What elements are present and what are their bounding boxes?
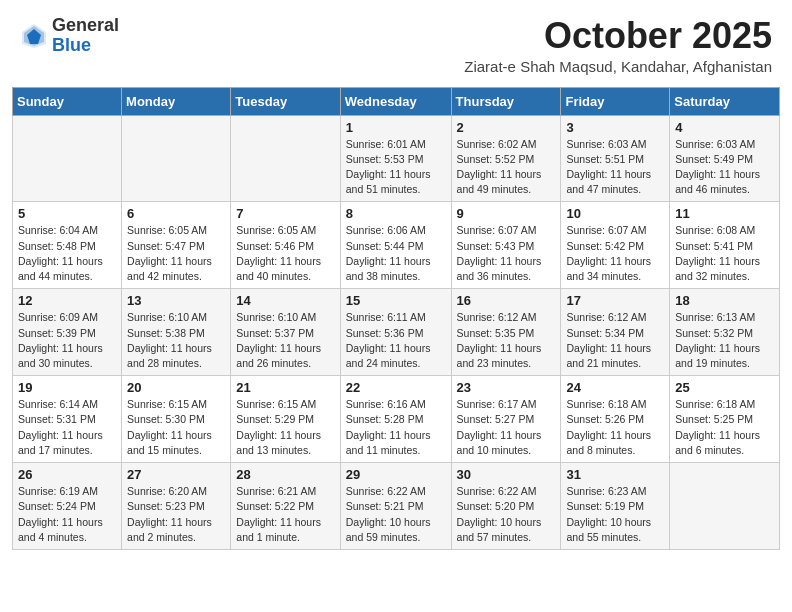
calendar-day-cell: 23Sunrise: 6:17 AM Sunset: 5:27 PM Dayli… — [451, 376, 561, 463]
calendar-day-cell: 11Sunrise: 6:08 AM Sunset: 5:41 PM Dayli… — [670, 202, 780, 289]
day-number: 29 — [346, 467, 446, 482]
day-info: Sunrise: 6:07 AM Sunset: 5:42 PM Dayligh… — [566, 223, 664, 284]
day-info: Sunrise: 6:01 AM Sunset: 5:53 PM Dayligh… — [346, 137, 446, 198]
calendar-week-row: 19Sunrise: 6:14 AM Sunset: 5:31 PM Dayli… — [13, 376, 780, 463]
calendar-day-cell: 14Sunrise: 6:10 AM Sunset: 5:37 PM Dayli… — [231, 289, 340, 376]
day-info: Sunrise: 6:18 AM Sunset: 5:26 PM Dayligh… — [566, 397, 664, 458]
col-header-tuesday: Tuesday — [231, 87, 340, 115]
calendar-day-cell: 29Sunrise: 6:22 AM Sunset: 5:21 PM Dayli… — [340, 463, 451, 550]
calendar-header-row: SundayMondayTuesdayWednesdayThursdayFrid… — [13, 87, 780, 115]
day-number: 5 — [18, 206, 116, 221]
day-info: Sunrise: 6:16 AM Sunset: 5:28 PM Dayligh… — [346, 397, 446, 458]
calendar-day-cell: 20Sunrise: 6:15 AM Sunset: 5:30 PM Dayli… — [122, 376, 231, 463]
calendar-day-cell: 27Sunrise: 6:20 AM Sunset: 5:23 PM Dayli… — [122, 463, 231, 550]
day-info: Sunrise: 6:09 AM Sunset: 5:39 PM Dayligh… — [18, 310, 116, 371]
day-info: Sunrise: 6:05 AM Sunset: 5:46 PM Dayligh… — [236, 223, 334, 284]
day-number: 17 — [566, 293, 664, 308]
day-info: Sunrise: 6:20 AM Sunset: 5:23 PM Dayligh… — [127, 484, 225, 545]
calendar-day-cell: 19Sunrise: 6:14 AM Sunset: 5:31 PM Dayli… — [13, 376, 122, 463]
day-info: Sunrise: 6:12 AM Sunset: 5:35 PM Dayligh… — [457, 310, 556, 371]
day-number: 14 — [236, 293, 334, 308]
calendar-week-row: 26Sunrise: 6:19 AM Sunset: 5:24 PM Dayli… — [13, 463, 780, 550]
col-header-saturday: Saturday — [670, 87, 780, 115]
day-number: 11 — [675, 206, 774, 221]
day-number: 24 — [566, 380, 664, 395]
location: Ziarat-e Shah Maqsud, Kandahar, Afghanis… — [464, 58, 772, 75]
day-number: 18 — [675, 293, 774, 308]
calendar-day-cell: 5Sunrise: 6:04 AM Sunset: 5:48 PM Daylig… — [13, 202, 122, 289]
calendar-day-cell — [122, 115, 231, 202]
day-info: Sunrise: 6:22 AM Sunset: 5:20 PM Dayligh… — [457, 484, 556, 545]
day-info: Sunrise: 6:05 AM Sunset: 5:47 PM Dayligh… — [127, 223, 225, 284]
day-info: Sunrise: 6:04 AM Sunset: 5:48 PM Dayligh… — [18, 223, 116, 284]
col-header-sunday: Sunday — [13, 87, 122, 115]
logo-text: General Blue — [52, 16, 119, 56]
day-number: 10 — [566, 206, 664, 221]
logo-icon — [20, 22, 48, 50]
calendar-day-cell: 31Sunrise: 6:23 AM Sunset: 5:19 PM Dayli… — [561, 463, 670, 550]
day-number: 30 — [457, 467, 556, 482]
calendar-week-row: 5Sunrise: 6:04 AM Sunset: 5:48 PM Daylig… — [13, 202, 780, 289]
day-number: 2 — [457, 120, 556, 135]
day-number: 20 — [127, 380, 225, 395]
day-info: Sunrise: 6:10 AM Sunset: 5:37 PM Dayligh… — [236, 310, 334, 371]
calendar-day-cell: 6Sunrise: 6:05 AM Sunset: 5:47 PM Daylig… — [122, 202, 231, 289]
day-info: Sunrise: 6:12 AM Sunset: 5:34 PM Dayligh… — [566, 310, 664, 371]
day-number: 7 — [236, 206, 334, 221]
calendar-day-cell: 10Sunrise: 6:07 AM Sunset: 5:42 PM Dayli… — [561, 202, 670, 289]
day-number: 1 — [346, 120, 446, 135]
calendar-day-cell: 8Sunrise: 6:06 AM Sunset: 5:44 PM Daylig… — [340, 202, 451, 289]
col-header-friday: Friday — [561, 87, 670, 115]
calendar-day-cell: 7Sunrise: 6:05 AM Sunset: 5:46 PM Daylig… — [231, 202, 340, 289]
day-number: 25 — [675, 380, 774, 395]
calendar-day-cell: 22Sunrise: 6:16 AM Sunset: 5:28 PM Dayli… — [340, 376, 451, 463]
calendar-week-row: 1Sunrise: 6:01 AM Sunset: 5:53 PM Daylig… — [13, 115, 780, 202]
calendar-day-cell: 21Sunrise: 6:15 AM Sunset: 5:29 PM Dayli… — [231, 376, 340, 463]
day-number: 13 — [127, 293, 225, 308]
day-number: 16 — [457, 293, 556, 308]
calendar-day-cell: 17Sunrise: 6:12 AM Sunset: 5:34 PM Dayli… — [561, 289, 670, 376]
day-info: Sunrise: 6:21 AM Sunset: 5:22 PM Dayligh… — [236, 484, 334, 545]
calendar-day-cell: 1Sunrise: 6:01 AM Sunset: 5:53 PM Daylig… — [340, 115, 451, 202]
calendar-day-cell: 9Sunrise: 6:07 AM Sunset: 5:43 PM Daylig… — [451, 202, 561, 289]
day-number: 9 — [457, 206, 556, 221]
calendar-day-cell: 24Sunrise: 6:18 AM Sunset: 5:26 PM Dayli… — [561, 376, 670, 463]
day-info: Sunrise: 6:17 AM Sunset: 5:27 PM Dayligh… — [457, 397, 556, 458]
day-number: 31 — [566, 467, 664, 482]
day-info: Sunrise: 6:15 AM Sunset: 5:30 PM Dayligh… — [127, 397, 225, 458]
day-number: 12 — [18, 293, 116, 308]
day-number: 26 — [18, 467, 116, 482]
calendar-day-cell — [13, 115, 122, 202]
calendar-day-cell: 4Sunrise: 6:03 AM Sunset: 5:49 PM Daylig… — [670, 115, 780, 202]
day-number: 19 — [18, 380, 116, 395]
calendar-day-cell: 3Sunrise: 6:03 AM Sunset: 5:51 PM Daylig… — [561, 115, 670, 202]
col-header-thursday: Thursday — [451, 87, 561, 115]
day-number: 27 — [127, 467, 225, 482]
day-number: 23 — [457, 380, 556, 395]
day-info: Sunrise: 6:22 AM Sunset: 5:21 PM Dayligh… — [346, 484, 446, 545]
day-info: Sunrise: 6:07 AM Sunset: 5:43 PM Dayligh… — [457, 223, 556, 284]
calendar-day-cell — [670, 463, 780, 550]
col-header-wednesday: Wednesday — [340, 87, 451, 115]
day-info: Sunrise: 6:13 AM Sunset: 5:32 PM Dayligh… — [675, 310, 774, 371]
calendar-day-cell: 25Sunrise: 6:18 AM Sunset: 5:25 PM Dayli… — [670, 376, 780, 463]
day-info: Sunrise: 6:19 AM Sunset: 5:24 PM Dayligh… — [18, 484, 116, 545]
calendar-day-cell: 30Sunrise: 6:22 AM Sunset: 5:20 PM Dayli… — [451, 463, 561, 550]
day-number: 3 — [566, 120, 664, 135]
day-info: Sunrise: 6:03 AM Sunset: 5:49 PM Dayligh… — [675, 137, 774, 198]
day-info: Sunrise: 6:02 AM Sunset: 5:52 PM Dayligh… — [457, 137, 556, 198]
day-number: 21 — [236, 380, 334, 395]
day-number: 4 — [675, 120, 774, 135]
day-number: 8 — [346, 206, 446, 221]
calendar-day-cell: 15Sunrise: 6:11 AM Sunset: 5:36 PM Dayli… — [340, 289, 451, 376]
col-header-monday: Monday — [122, 87, 231, 115]
page-header: General Blue October 2025 Ziarat-e Shah … — [0, 0, 792, 79]
day-info: Sunrise: 6:06 AM Sunset: 5:44 PM Dayligh… — [346, 223, 446, 284]
logo-blue: Blue — [52, 36, 119, 56]
calendar-day-cell: 16Sunrise: 6:12 AM Sunset: 5:35 PM Dayli… — [451, 289, 561, 376]
calendar-day-cell: 12Sunrise: 6:09 AM Sunset: 5:39 PM Dayli… — [13, 289, 122, 376]
calendar-table: SundayMondayTuesdayWednesdayThursdayFrid… — [12, 87, 780, 550]
day-number: 22 — [346, 380, 446, 395]
day-info: Sunrise: 6:23 AM Sunset: 5:19 PM Dayligh… — [566, 484, 664, 545]
day-number: 28 — [236, 467, 334, 482]
